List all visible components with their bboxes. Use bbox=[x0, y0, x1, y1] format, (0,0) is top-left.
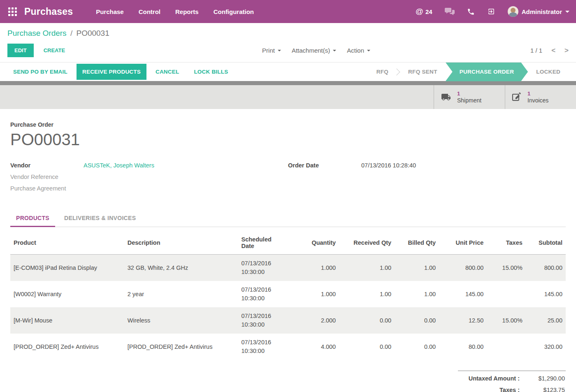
col-quantity: Quantity bbox=[289, 230, 339, 255]
cell-received-qty: 0.00 bbox=[339, 334, 395, 360]
pager-next-icon[interactable]: > bbox=[564, 46, 569, 55]
sign-in-icon[interactable] bbox=[487, 8, 495, 15]
cell-billed-qty: 1.00 bbox=[395, 281, 439, 307]
user-menu[interactable]: Administrator bbox=[508, 6, 569, 17]
sheet-type-label: Purchase Order bbox=[10, 121, 566, 128]
attachments-label: Attachment(s) bbox=[292, 47, 330, 54]
table-row[interactable]: [W0002] Warranty 2 year 07/13/2016 10:30… bbox=[10, 281, 566, 307]
col-description: Description bbox=[124, 230, 238, 255]
untaxed-amount-label: Untaxed Amount : bbox=[469, 375, 520, 382]
cell-quantity: 4.000 bbox=[289, 334, 339, 360]
attachments-dropdown[interactable]: Attachment(s) bbox=[292, 47, 336, 54]
cell-taxes: 15.00% bbox=[487, 255, 526, 281]
cell-scheduled-date: 07/13/2016 10:30:00 bbox=[238, 255, 289, 281]
invoices-smart-button[interactable]: 1 Invoices bbox=[505, 85, 576, 109]
shipment-smart-button[interactable]: 1 Shipment bbox=[434, 85, 505, 109]
order-date-label: Order Date bbox=[288, 162, 361, 169]
state-locked[interactable]: LOCKED bbox=[528, 63, 569, 81]
action-label: Action bbox=[347, 47, 364, 54]
state-rfq[interactable]: RFQ bbox=[368, 63, 397, 81]
cell-unit-price: 12.50 bbox=[439, 307, 487, 334]
cell-taxes: 15.00% bbox=[487, 307, 526, 334]
smart-button-band: 1 Shipment 1 Invoices bbox=[0, 81, 576, 109]
cell-received-qty: 1.00 bbox=[339, 255, 395, 281]
menu-control[interactable]: Control bbox=[139, 8, 160, 15]
app-title[interactable]: Purchases bbox=[24, 6, 73, 17]
state-purchase-order[interactable]: PURCHASE ORDER bbox=[446, 63, 528, 81]
table-header-row: Product Description Scheduled Date Quant… bbox=[10, 230, 566, 255]
avatar bbox=[508, 6, 518, 17]
cell-subtotal: 145.00 bbox=[526, 281, 566, 307]
chevron-down-icon bbox=[565, 11, 569, 13]
menu-purchase[interactable]: Purchase bbox=[96, 8, 124, 15]
form-sheet: Purchase Order PO00031 Vendor ASUSTeK, J… bbox=[0, 121, 576, 392]
at-icon: @ bbox=[416, 7, 423, 16]
cell-quantity: 1.000 bbox=[289, 255, 339, 281]
receive-products-button[interactable]: RECEIVE PRODUCTS bbox=[77, 64, 146, 80]
breadcrumb-purchase-orders[interactable]: Purchase Orders bbox=[7, 29, 67, 37]
table-row[interactable]: [M-Wir] Mouse Wireless 07/13/2016 10:30:… bbox=[10, 307, 566, 334]
state-pipeline: RFQ RFQ SENT PURCHASE ORDER LOCKED bbox=[368, 63, 569, 81]
cell-product: [W0002] Warranty bbox=[10, 281, 124, 307]
totals-block: Untaxed Amount : $1,290.00 Taxes : $123.… bbox=[458, 371, 566, 392]
menu-configuration[interactable]: Configuration bbox=[214, 8, 254, 15]
shipment-label: Shipment bbox=[457, 97, 481, 104]
top-navbar: Purchases Purchase Control Reports Confi… bbox=[0, 0, 576, 23]
col-unit-price: Unit Price bbox=[439, 230, 487, 255]
taxes-value: $123.75 bbox=[520, 387, 565, 392]
phone-icon[interactable] bbox=[467, 8, 475, 16]
action-dropdown[interactable]: Action bbox=[347, 47, 370, 54]
cell-subtotal: 800.00 bbox=[526, 255, 566, 281]
cell-taxes bbox=[487, 281, 526, 307]
activity-counter[interactable]: @ 24 bbox=[416, 7, 432, 16]
print-dropdown[interactable]: Print bbox=[262, 47, 281, 54]
cell-scheduled-date: 07/13/2016 10:30:00 bbox=[238, 281, 289, 307]
chevron-down-icon bbox=[367, 50, 370, 51]
cell-description: [PROD_ORDER] Zed+ Antivirus bbox=[124, 334, 238, 360]
cell-scheduled-date: 07/13/2016 10:30:00 bbox=[238, 334, 289, 360]
edit-note-icon bbox=[511, 92, 523, 102]
tab-products[interactable]: PRODUCTS bbox=[10, 211, 55, 227]
vendor-reference-label: Vendor Reference bbox=[10, 174, 84, 180]
col-product: Product bbox=[10, 230, 124, 255]
cell-quantity: 1.000 bbox=[289, 281, 339, 307]
invoices-label: Invoices bbox=[527, 97, 548, 104]
cell-billed-qty: 0.00 bbox=[395, 307, 439, 334]
table-row[interactable]: [E-COM03] iPad Retina Display 32 GB, Whi… bbox=[10, 255, 566, 281]
purchase-agreement-label: Purchase Agreement bbox=[10, 185, 84, 192]
create-button[interactable]: CREATE bbox=[39, 44, 69, 57]
col-received-qty: Received Qty bbox=[339, 230, 395, 255]
pager: 1 / 1 < > bbox=[530, 46, 569, 55]
pager-value: 1 / 1 bbox=[530, 47, 542, 54]
print-label: Print bbox=[262, 47, 275, 54]
cancel-button[interactable]: CANCEL bbox=[150, 64, 185, 80]
table-row[interactable]: [PROD_ORDER] Zed+ Antivirus [PROD_ORDER]… bbox=[10, 334, 566, 360]
cell-billed-qty: 0.00 bbox=[395, 334, 439, 360]
top-menu: Purchase Control Reports Configuration bbox=[96, 8, 254, 15]
col-subtotal: Subtotal bbox=[526, 230, 566, 255]
lock-bills-button[interactable]: LOCK BILLS bbox=[188, 64, 234, 80]
state-rfq-sent[interactable]: RFQ SENT bbox=[400, 63, 446, 81]
breadcrumb-separator: / bbox=[70, 29, 72, 37]
col-taxes: Taxes bbox=[487, 230, 526, 255]
cell-scheduled-date: 07/13/2016 10:30:00 bbox=[238, 307, 289, 334]
vendor-value[interactable]: ASUSTeK, Joseph Walters bbox=[84, 162, 154, 169]
edit-button[interactable]: EDIT bbox=[7, 44, 34, 57]
apps-menu-icon[interactable] bbox=[8, 7, 17, 16]
tab-deliveries-invoices[interactable]: DELIVERIES & INVOICES bbox=[58, 211, 142, 227]
col-scheduled-date: Scheduled Date bbox=[238, 230, 289, 255]
send-po-by-email-button[interactable]: SEND PO BY EMAIL bbox=[7, 64, 73, 80]
control-panel: Purchase Orders / PO00031 EDIT CREATE Pr… bbox=[0, 23, 576, 62]
status-bar: SEND PO BY EMAIL RECEIVE PRODUCTS CANCEL… bbox=[0, 62, 576, 81]
cell-subtotal: 320.00 bbox=[526, 334, 566, 360]
cell-quantity: 2.000 bbox=[289, 307, 339, 334]
cell-description: 32 GB, White, 2.4 GHz bbox=[124, 255, 238, 281]
shipment-count: 1 bbox=[457, 90, 481, 97]
cell-product: [M-Wir] Mouse bbox=[10, 307, 124, 334]
pager-previous-icon[interactable]: < bbox=[551, 46, 555, 55]
breadcrumb: Purchase Orders / PO00031 bbox=[7, 29, 569, 38]
messages-icon[interactable] bbox=[445, 7, 455, 16]
cell-unit-price: 145.00 bbox=[439, 281, 487, 307]
cell-taxes bbox=[487, 334, 526, 360]
menu-reports[interactable]: Reports bbox=[175, 8, 199, 15]
